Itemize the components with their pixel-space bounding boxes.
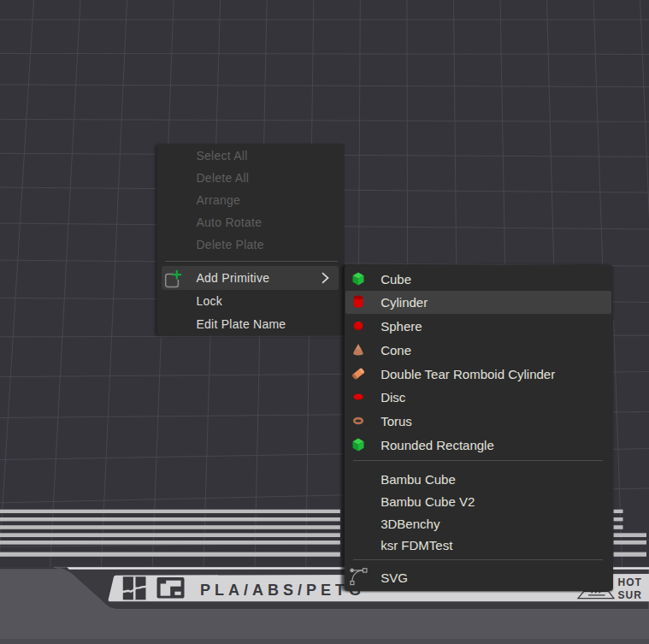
svg-text:SUR: SUR xyxy=(618,589,642,601)
svg-text:HOT: HOT xyxy=(618,576,642,588)
svg-text:PLA/ABS/PETG: PLA/ABS/PETG xyxy=(200,582,365,599)
